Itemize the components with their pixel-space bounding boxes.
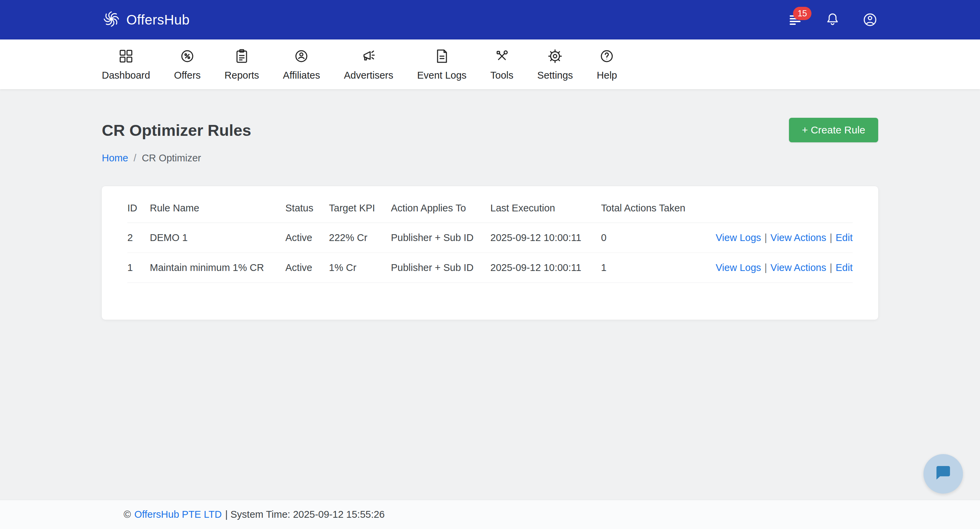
- offers-discount-icon: [179, 48, 196, 66]
- table-row: 2 DEMO 1 Active 222% Cr Publisher + Sub …: [127, 223, 853, 253]
- spiral-logo-icon: [102, 10, 121, 30]
- col-header-rule-name: Rule Name: [150, 192, 285, 223]
- col-header-action-applies-to: Action Applies To: [391, 192, 490, 223]
- breadcrumb-separator: /: [134, 153, 136, 164]
- cell-last-execution: 2025-09-12 10:00:11: [490, 223, 601, 253]
- col-header-last-execution: Last Execution: [490, 192, 601, 223]
- help-question-icon: [599, 48, 615, 66]
- nav-item-tools[interactable]: Tools: [490, 48, 514, 81]
- main-content: CR Optimizer Rules + Create Rule Home / …: [102, 118, 878, 320]
- reports-clipboard-icon: [234, 48, 250, 66]
- cell-target-kpi: 1% Cr: [329, 253, 391, 283]
- cell-total-actions: 1: [601, 253, 713, 283]
- view-actions-link[interactable]: View Actions: [771, 232, 826, 243]
- cell-id: 1: [127, 253, 150, 283]
- link-separator: |: [829, 232, 832, 243]
- cell-target-kpi: 222% Cr: [329, 223, 391, 253]
- link-separator: |: [764, 262, 767, 273]
- page-title: CR Optimizer Rules: [102, 121, 251, 140]
- col-header-status: Status: [285, 192, 329, 223]
- system-time-text: | System Time: 2025-09-12 15:55:26: [225, 509, 385, 520]
- copyright-symbol: ©: [124, 509, 131, 520]
- brand-name: OffersHub: [126, 12, 190, 28]
- rules-table: ID Rule Name Status Target KPI Action Ap…: [127, 192, 853, 283]
- cell-status: Active: [285, 253, 329, 283]
- affiliates-badge-icon: [293, 48, 310, 66]
- chat-widget-button[interactable]: [923, 454, 963, 494]
- table-header-row: ID Rule Name Status Target KPI Action Ap…: [127, 192, 853, 223]
- nav-label: Event Logs: [417, 70, 466, 81]
- cell-action-applies-to: Publisher + Sub ID: [391, 253, 490, 283]
- nav-item-dashboard[interactable]: Dashboard: [102, 48, 150, 81]
- cell-status: Active: [285, 223, 329, 253]
- col-header-actions: [713, 192, 853, 223]
- rules-table-card: ID Rule Name Status Target KPI Action Ap…: [102, 186, 878, 320]
- cell-action-applies-to: Publisher + Sub ID: [391, 223, 490, 253]
- bell-icon[interactable]: [824, 11, 841, 28]
- nav-item-help[interactable]: Help: [597, 48, 617, 81]
- view-actions-link[interactable]: View Actions: [771, 262, 826, 273]
- cell-rule-name: Maintain minimum 1% CR: [150, 253, 285, 283]
- cell-total-actions: 0: [601, 223, 713, 253]
- advertisers-megaphone-icon: [360, 48, 377, 66]
- row-actions: View Logs|View Actions|Edit: [713, 223, 853, 253]
- cell-id: 2: [127, 223, 150, 253]
- nav-label: Reports: [224, 70, 259, 81]
- settings-gear-icon: [547, 48, 563, 66]
- brand-logo[interactable]: OffersHub: [102, 10, 190, 30]
- nav-label: Advertisers: [344, 70, 393, 81]
- account-icon[interactable]: [862, 11, 878, 28]
- breadcrumb-current: CR Optimizer: [142, 153, 201, 164]
- event-logs-document-icon: [434, 48, 450, 66]
- col-header-total-actions: Total Actions Taken: [601, 192, 713, 223]
- cell-last-execution: 2025-09-12 10:00:11: [490, 253, 601, 283]
- dashboard-grid-icon: [118, 48, 134, 66]
- nav-label: Help: [597, 70, 617, 81]
- table-row: 1 Maintain minimum 1% CR Active 1% Cr Pu…: [127, 253, 853, 283]
- activity-list-icon[interactable]: 15: [787, 11, 803, 28]
- nav-item-advertisers[interactable]: Advertisers: [344, 48, 393, 81]
- col-header-id: ID: [127, 192, 150, 223]
- breadcrumb: Home / CR Optimizer: [102, 153, 878, 164]
- nav-label: Dashboard: [102, 70, 150, 81]
- breadcrumb-home-link[interactable]: Home: [102, 153, 128, 164]
- nav-label: Tools: [490, 70, 514, 81]
- edit-link[interactable]: Edit: [835, 262, 853, 273]
- row-actions: View Logs|View Actions|Edit: [713, 253, 853, 283]
- nav-item-offers[interactable]: Offers: [174, 48, 200, 81]
- nav-item-event-logs[interactable]: Event Logs: [417, 48, 466, 81]
- view-logs-link[interactable]: View Logs: [716, 232, 761, 243]
- nav-item-reports[interactable]: Reports: [224, 48, 259, 81]
- link-separator: |: [764, 232, 767, 243]
- create-rule-button[interactable]: + Create Rule: [789, 118, 878, 142]
- view-logs-link[interactable]: View Logs: [716, 262, 761, 273]
- edit-link[interactable]: Edit: [835, 232, 853, 243]
- footer: © OffersHub PTE LTD | System Time: 2025-…: [0, 500, 980, 529]
- nav-label: Affiliates: [283, 70, 320, 81]
- nav-label: Settings: [537, 70, 573, 81]
- chat-bubble-icon: [934, 464, 953, 484]
- nav-item-affiliates[interactable]: Affiliates: [283, 48, 320, 81]
- nav-item-settings[interactable]: Settings: [537, 48, 573, 81]
- notification-count-badge: 15: [793, 7, 811, 20]
- nav-label: Offers: [174, 70, 200, 81]
- main-nav: Dashboard Offers Reports: [0, 40, 980, 89]
- topbar: OffersHub 15: [0, 0, 980, 40]
- link-separator: |: [829, 262, 832, 273]
- cell-rule-name: DEMO 1: [150, 223, 285, 253]
- tools-icon: [494, 48, 510, 66]
- company-link[interactable]: OffersHub PTE LTD: [134, 509, 222, 520]
- col-header-target-kpi: Target KPI: [329, 192, 391, 223]
